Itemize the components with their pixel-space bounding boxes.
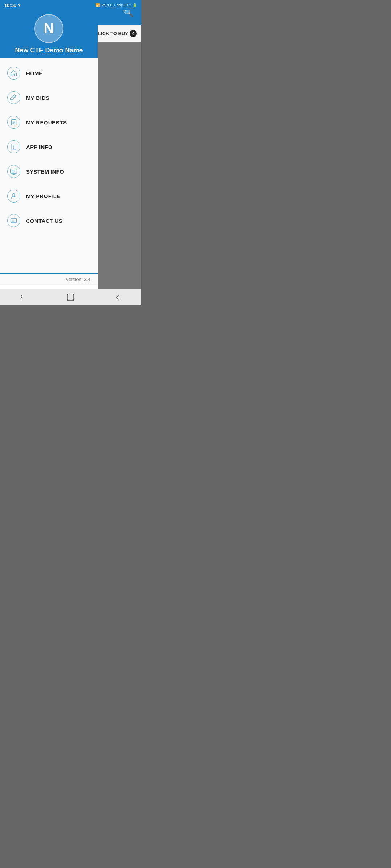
- drawer-username: New CTE Demo Name: [15, 47, 83, 54]
- svg-point-6: [13, 148, 14, 149]
- home-icon: [10, 69, 17, 77]
- nav-home-button[interactable]: [63, 289, 79, 305]
- side-drawer: N New CTE Demo Name HOME MY BIDS: [0, 0, 98, 305]
- version-row: Version: 3.4: [0, 273, 98, 285]
- drawer-menu: HOME MY BIDS MY REQUESTS: [0, 58, 98, 273]
- svg-rect-8: [11, 169, 17, 173]
- app-info-icon-circle: [7, 140, 20, 153]
- system-info-icon-circle: [7, 165, 20, 178]
- system-info-icon: [10, 168, 17, 175]
- home-icon-circle: [7, 67, 20, 80]
- status-icons: 📶 Vo)↑LTE1 Vo)↑LTE2 🔋: [96, 3, 137, 7]
- profile-icon-circle: [7, 190, 20, 203]
- avatar: N: [34, 14, 63, 43]
- svg-rect-11: [12, 170, 14, 172]
- app-info-icon: [10, 143, 17, 150]
- menu-item-system-info[interactable]: SYSTEM INFO: [0, 159, 98, 184]
- contact-icon: [10, 217, 17, 224]
- menu-label-contact-us: CONTACT US: [26, 218, 62, 224]
- requests-icon: [10, 119, 17, 126]
- menu-label-app-info: APP INFO: [26, 144, 52, 150]
- menu-item-app-info[interactable]: APP INFO: [0, 135, 98, 159]
- svg-rect-18: [67, 294, 74, 301]
- svg-point-12: [13, 193, 15, 196]
- avatar-letter: N: [44, 20, 54, 37]
- menu-item-contact-us[interactable]: CONTACT US: [0, 208, 98, 233]
- svg-rect-13: [11, 218, 17, 223]
- cart-badge: 0: [130, 30, 137, 37]
- bids-icon: [10, 94, 17, 101]
- menu-item-my-profile[interactable]: MY PROFILE: [0, 184, 98, 208]
- heart-icon: ♥: [18, 3, 21, 7]
- requests-icon-circle: [7, 116, 20, 129]
- nav-menu-button[interactable]: [16, 289, 31, 305]
- menu-label-my-bids: MY BIDS: [26, 95, 49, 101]
- wifi-icon: 📶: [96, 3, 100, 7]
- version-label: Version: 3.4: [66, 277, 91, 282]
- nav-back-button[interactable]: [110, 289, 126, 305]
- signal-lte1-icon: Vo)↑LTE1: [101, 3, 115, 7]
- menu-label-my-requests: MY REQUESTS: [26, 119, 67, 125]
- nav-bar: [0, 289, 141, 305]
- click-to-buy-label: CLICK TO BUY: [95, 31, 128, 36]
- menu-label-system-info: SYSTEM INFO: [26, 169, 64, 175]
- bids-icon-circle: [7, 91, 20, 104]
- status-time: 10:50: [4, 3, 16, 8]
- click-to-buy-button[interactable]: CLICK TO BUY 0: [95, 30, 137, 37]
- signal-lte2-icon: Vo)↑LTE2: [117, 3, 131, 7]
- menu-label-home: HOME: [26, 70, 43, 76]
- menu-item-my-requests[interactable]: MY REQUESTS: [0, 110, 98, 135]
- menu-item-home[interactable]: HOME: [0, 61, 98, 85]
- battery-icon: 🔋: [133, 3, 137, 7]
- contact-icon-circle: [7, 214, 20, 227]
- status-bar: 10:50 ♥ 📶 Vo)↑LTE1 Vo)↑LTE2 🔋: [0, 0, 141, 10]
- profile-icon: [10, 192, 17, 200]
- menu-item-my-bids[interactable]: MY BIDS: [0, 85, 98, 110]
- menu-label-my-profile: MY PROFILE: [26, 193, 60, 199]
